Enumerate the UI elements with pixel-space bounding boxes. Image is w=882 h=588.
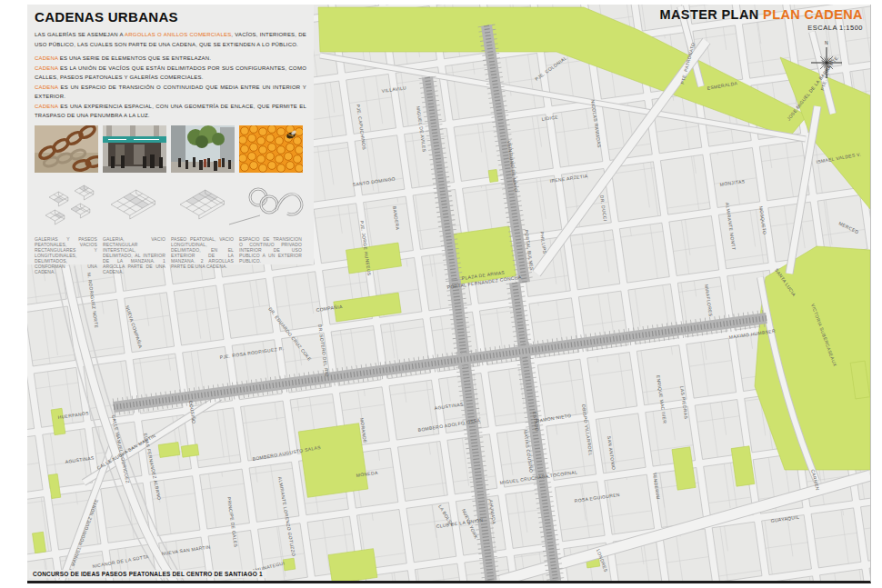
chains-photo <box>35 125 98 173</box>
intro-text: LAS GALERÍAS SE ASEMEJAN A <box>35 32 125 37</box>
north-compass-icon: N <box>805 37 848 86</box>
park-area <box>298 424 368 498</box>
info-panel: CADENAS URBANAS LAS GALERÍAS SE ASEMEJAN… <box>27 5 314 264</box>
cadena-statement: CADENA ES UN ESPACIO DE TRANSICIÓN O CON… <box>35 83 306 102</box>
compass-north-label: N <box>825 40 828 45</box>
diagram-caption: ESPACIO DE TRANSICION O CONTINUO PRIVADO… <box>239 236 302 274</box>
cadena-statement: CADENA ES LA UNIÓN DE VACÍOS QUE ESTÁN D… <box>35 64 306 83</box>
cadena-statement: CADENA ES UNA EXPERIENCIA ESPACIAL, CON … <box>35 102 306 121</box>
map-header: MASTER PLAN PLAN CADENA ESCALA 1:1500 <box>660 7 864 32</box>
intro-highlight: ARGOLLAS O ANILLOS COMERCIALES <box>125 32 231 37</box>
master-plan-title: MASTER PLAN PLAN CADENA <box>660 7 864 22</box>
reference-photos <box>35 125 306 173</box>
concept-diagrams <box>35 177 306 232</box>
statements: CADENA ES UNA SERIE DE ELEMENTOS QUE SE … <box>35 54 306 121</box>
master-plan-title-orange: PLAN CADENA <box>763 7 863 22</box>
panel-title: CADENAS URBANAS <box>35 9 306 25</box>
presentation-board: PTE. PATRONATOPTE. LORETOJOSE MIGUEL DE … <box>27 5 871 583</box>
gallery-photo <box>103 125 166 173</box>
diagram-captions: GALERIAS Y PASEOS PEATONALES, VACIOS REC… <box>35 236 306 274</box>
park-area <box>158 443 180 458</box>
intro-paragraph: LAS GALERÍAS SE ASEMEJAN A ARGOLLAS O AN… <box>35 30 306 49</box>
diagram-caption: GALERIAS Y PASEOS PEATONALES, VACIOS REC… <box>35 236 97 274</box>
pedestrian-street-photo <box>171 125 235 173</box>
map-scale-label: ESCALA 1:1500 <box>660 24 864 32</box>
park-area <box>181 444 198 457</box>
competition-footer: CONCURSO DE IDEAS PASEOS PEATONALES DEL … <box>29 570 266 578</box>
cadena-statement: CADENA ES UNA SERIE DE ELEMENTOS QUE SE … <box>35 54 306 64</box>
diagram-caption: GALERIA, VACIO RECTANGULAR INTERSTICIAL,… <box>103 236 165 274</box>
park-area <box>488 169 498 182</box>
master-plan-title-black: MASTER PLAN <box>660 7 759 22</box>
honeycomb-photo <box>239 125 303 173</box>
diagram-caption: PASEO PEATONAL, VACIO LONGITUDINAL, DELI… <box>171 236 234 274</box>
